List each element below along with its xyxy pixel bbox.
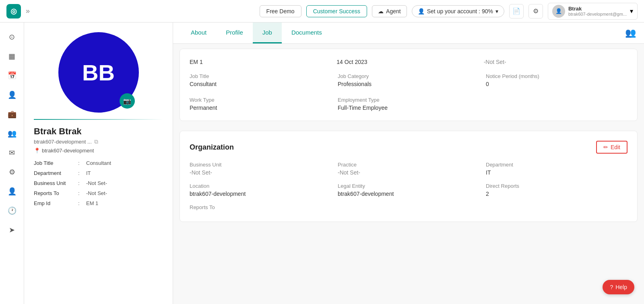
tab-team-icon[interactable]: 👥 (625, 28, 636, 38)
org-fields-row1: Business Unit -Not Set- Practice -Not Se… (190, 162, 627, 176)
work-type-label: Work Type (190, 97, 331, 103)
right-panel: About Profile Job Documents 👥 EM 1 14 Oc… (173, 23, 644, 304)
copy-icon[interactable]: ⧉ (94, 138, 98, 145)
job-title-label: Job Title (190, 73, 331, 79)
direct-reports-value: 2 (486, 191, 627, 197)
agent-button[interactable]: ☁ Agent (372, 5, 407, 17)
work-type-value: Permanent (190, 105, 331, 111)
organization-header: Organization ✏ Edit (190, 141, 627, 154)
location-value: btrak607-development (190, 191, 331, 197)
help-label: Help (615, 284, 627, 290)
job-title-value: Consultant (190, 81, 331, 87)
direct-reports-label: Direct Reports (486, 183, 627, 189)
tab-profile[interactable]: Profile (216, 23, 253, 43)
employee-initials: BB (82, 60, 115, 86)
top-nav: ◎ » Free Demo Customer Success ☁ Agent 👤… (0, 0, 644, 23)
sidebar-item-user2[interactable]: 👤 (4, 183, 20, 199)
practice-field: Practice -Not Set- (338, 162, 479, 176)
free-demo-button[interactable]: Free Demo (260, 5, 301, 17)
tab-documents[interactable]: Documents (282, 23, 332, 43)
document-icon-button[interactable]: 📄 (509, 4, 524, 18)
direct-reports-field: Direct Reports 2 (486, 183, 627, 197)
employee-email-row: btrak607-development ... ⧉ (34, 138, 163, 145)
department-field: Department IT (486, 162, 627, 176)
agent-cloud-icon: ☁ (378, 8, 384, 14)
location-field: Location btrak607-development (190, 183, 331, 197)
business-unit-value: -Not Set- (190, 169, 331, 176)
meta-business-unit: Business Unit : -Not Set- (34, 180, 163, 186)
camera-button[interactable]: 📷 (120, 93, 135, 109)
job-category-value: Professionals (338, 81, 479, 87)
emp-id-value: EM 1 (190, 59, 333, 65)
edit-icon: ✏ (603, 144, 608, 150)
employee-name: Btrak Btrak (34, 126, 163, 137)
edit-button[interactable]: ✏ Edit (596, 141, 627, 154)
practice-label: Practice (338, 162, 479, 168)
sidebar-item-settings[interactable]: ⚙ (4, 164, 20, 180)
settings-icon-button[interactable]: ⚙ (528, 4, 543, 18)
business-unit-field: Business Unit -Not Set- (190, 162, 331, 176)
user-email: btrak607-development@gm... (568, 12, 627, 16)
reports-to-label: Reports To (190, 204, 627, 210)
help-button[interactable]: ? Help (603, 280, 634, 294)
location-pin-icon: 📍 (34, 148, 40, 154)
job-top-row: EM 1 14 Oct 2023 -Not Set- (190, 59, 627, 65)
location-text: btrak607-development (42, 148, 94, 154)
logo-icon: ◎ (10, 7, 17, 16)
practice-value: -Not Set- (338, 169, 479, 176)
work-type-field: Work Type Permanent (190, 97, 331, 111)
help-icon: ? (610, 284, 613, 290)
sidebar-item-briefcase[interactable]: 💼 (4, 106, 20, 122)
user-drop-icon: ▾ (630, 7, 633, 15)
tabs-bar: About Profile Job Documents 👥 (173, 23, 644, 44)
notice-period-field: Notice Period (months) 0 (486, 73, 627, 87)
start-date-value: 14 Oct 2023 (336, 59, 480, 65)
meta-reports-to: Reports To : -Not Set- (34, 190, 163, 196)
organization-section: Organization ✏ Edit Business Unit -Not S… (180, 131, 638, 222)
meta-job-title: Job Title : Consultant (34, 160, 163, 166)
setup-account-button[interactable]: 👤 Set up your account : 90% ▾ (412, 5, 504, 17)
department-value: IT (486, 169, 627, 176)
user-profile-button[interactable]: 👤 Btrak btrak607-development@gm... ▾ (548, 3, 638, 20)
settings-icon: ⚙ (533, 7, 539, 15)
meta-department: Department : IT (34, 170, 163, 176)
sidebar-item-calendar[interactable]: 📅 (4, 68, 20, 84)
notset-field: -Not Set- (484, 59, 627, 65)
employment-type-label: Employment Type (338, 97, 479, 103)
sidebar: ⊙ ▦ 📅 👤 💼 👥 ✉ ⚙ 👤 🕐 ➤ (0, 23, 24, 304)
tab-job[interactable]: Job (253, 23, 282, 43)
legal-entity-field: Legal Entity btrak607-development (338, 183, 479, 197)
legal-entity-label: Legal Entity (338, 183, 479, 189)
sidebar-item-mail[interactable]: ✉ (4, 145, 20, 161)
customer-success-button[interactable]: Customer Success (306, 5, 367, 17)
legal-entity-value: btrak607-development (338, 191, 479, 197)
job-fields-grid: Job Title Consultant Job Category Profes… (190, 73, 627, 111)
avatar: 👤 (552, 5, 565, 18)
tab-about[interactable]: About (181, 23, 216, 43)
sidebar-item-send[interactable]: ➤ (4, 222, 20, 238)
business-unit-label: Business Unit (190, 162, 331, 168)
sidebar-item-clock[interactable]: 🕐 (4, 203, 20, 219)
department-label: Department (486, 162, 627, 168)
camera-icon: 📷 (123, 97, 131, 105)
avatar-icon: 👤 (555, 8, 562, 14)
employee-location: 📍 btrak607-development (34, 148, 163, 154)
start-date-field: 14 Oct 2023 (336, 59, 480, 65)
employee-meta: Job Title : Consultant Department : IT B… (34, 160, 163, 206)
sidebar-item-person[interactable]: 👤 (4, 87, 20, 103)
job-title-field: Job Title Consultant (190, 73, 331, 87)
expand-icon[interactable]: » (26, 7, 30, 15)
meta-emp-id: Emp Id : EM 1 (34, 200, 163, 206)
sidebar-item-globe[interactable]: ⊙ (4, 29, 20, 45)
logo[interactable]: ◎ (6, 4, 21, 18)
content-area: BB 📷 Btrak Btrak btrak607-development ..… (24, 23, 644, 304)
document-icon: 📄 (512, 7, 520, 15)
sidebar-item-team[interactable]: 👥 (4, 125, 20, 142)
sidebar-item-tv[interactable]: ▦ (4, 48, 20, 64)
employment-type-value: Full-Time Employee (338, 105, 479, 111)
avatar-container: BB 📷 (34, 32, 163, 113)
setup-person-icon: 👤 (418, 8, 425, 14)
job-category-label: Job Category (338, 73, 479, 79)
reports-to-field: Reports To (190, 204, 627, 212)
employee-avatar: BB 📷 (58, 32, 139, 113)
